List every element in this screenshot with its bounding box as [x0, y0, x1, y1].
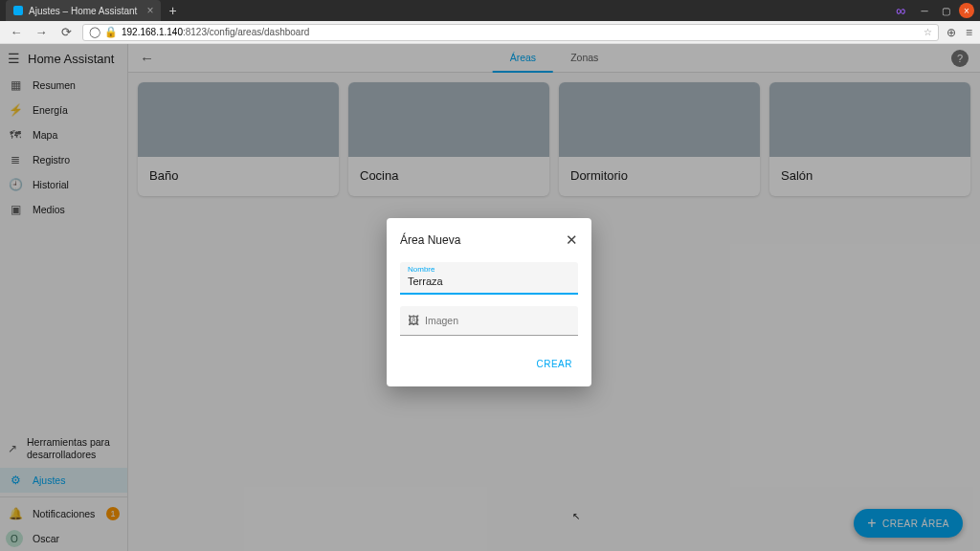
- reload-button[interactable]: ⟳: [57, 25, 75, 39]
- minimize-button[interactable]: ─: [917, 4, 932, 17]
- field-label: Nombre: [408, 265, 434, 274]
- extension-icon[interactable]: ∞: [896, 5, 911, 16]
- close-icon[interactable]: ✕: [566, 231, 578, 249]
- name-input[interactable]: [408, 276, 570, 287]
- new-area-dialog: Área Nueva ✕ Nombre 🖼 Imagen CREAR: [387, 218, 591, 386]
- image-icon: 🖼: [408, 314, 419, 327]
- browser-toolbar: ← → ⟳ ◯ 🔒 192.168.1.140:8123/config/area…: [0, 21, 980, 44]
- save-icon[interactable]: ⊕: [947, 26, 956, 39]
- forward-button[interactable]: →: [33, 25, 50, 39]
- url-text: 192.168.1.140:8123/config/areas/dashboar…: [122, 27, 309, 37]
- field-label: Imagen: [425, 315, 458, 326]
- new-tab-button[interactable]: +: [168, 3, 176, 18]
- close-icon[interactable]: ×: [146, 4, 153, 17]
- address-bar[interactable]: ◯ 🔒 192.168.1.140:8123/config/areas/dash…: [82, 24, 939, 41]
- image-field[interactable]: 🖼 Imagen: [400, 306, 578, 336]
- name-field[interactable]: Nombre: [400, 262, 578, 295]
- tab-title: Ajustes – Home Assistant: [29, 6, 137, 16]
- maximize-button[interactable]: ▢: [938, 4, 953, 17]
- back-button[interactable]: ←: [8, 25, 25, 39]
- create-button[interactable]: CREAR: [530, 355, 578, 373]
- bookmark-icon[interactable]: ☆: [924, 27, 932, 37]
- insecure-icon: 🔒: [104, 26, 118, 38]
- shield-icon: ◯: [89, 26, 100, 38]
- menu-icon[interactable]: ≡: [966, 26, 972, 39]
- tab-favicon: [13, 6, 23, 15]
- browser-tab[interactable]: Ajustes – Home Assistant ×: [6, 0, 161, 21]
- dialog-title: Área Nueva: [400, 233, 460, 247]
- browser-tab-bar: Ajustes – Home Assistant × + ∞ ─ ▢ ×: [0, 0, 980, 21]
- window-close-button[interactable]: ×: [959, 3, 974, 18]
